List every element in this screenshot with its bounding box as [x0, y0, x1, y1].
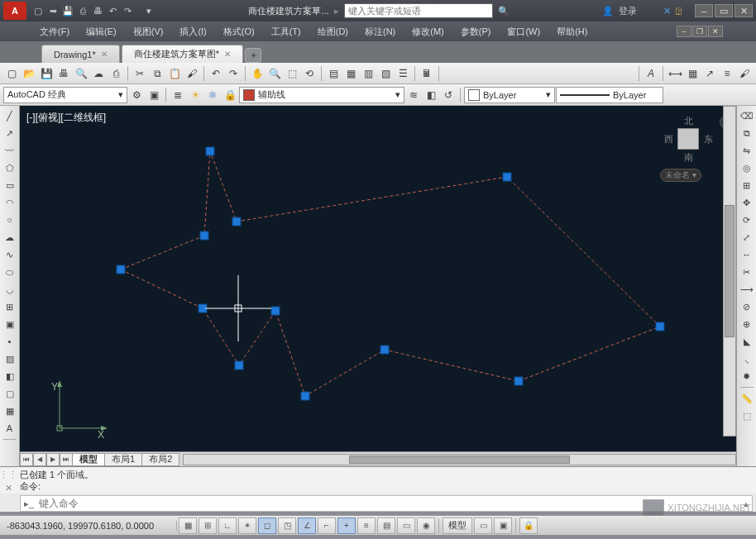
xline-icon[interactable]: ↗	[2, 125, 18, 141]
ducs-icon[interactable]: ⌐	[318, 518, 336, 534]
region-icon[interactable]: ▢	[2, 385, 18, 402]
circle-icon[interactable]: ○	[2, 212, 18, 228]
qat-redo-icon[interactable]: ↷	[121, 4, 134, 17]
layer-prev-icon[interactable]: ↺	[440, 87, 457, 103]
tab-first-icon[interactable]: ⏮	[20, 453, 33, 466]
cmd-grip-icon[interactable]: ⋮⋮	[0, 469, 17, 480]
orthomode-icon[interactable]: ∟	[218, 518, 237, 534]
hatch-icon[interactable]: ▨	[2, 351, 18, 367]
help-icon[interactable]: ⍰	[676, 6, 682, 16]
layer-freeze-icon[interactable]: ❄	[204, 87, 221, 103]
new-tab-button[interactable]: ✦	[245, 48, 261, 63]
layer-combo[interactable]: 辅助线 ▾	[239, 87, 404, 103]
close-icon[interactable]: ✕	[101, 50, 108, 59]
qv-layouts-icon[interactable]: ▭	[474, 518, 492, 534]
tab-last-icon[interactable]: ⏭	[60, 453, 73, 466]
tab-prev-icon[interactable]: ◀	[33, 453, 46, 466]
text-style-icon[interactable]: A	[643, 65, 659, 82]
chamfer-icon[interactable]: ◣	[739, 333, 755, 350]
signin-icon[interactable]: 👤	[602, 6, 614, 17]
props-icon[interactable]: ▤	[325, 65, 342, 82]
qat-saveas-icon[interactable]: ⎙	[76, 4, 89, 17]
markup-icon[interactable]: ☰	[395, 65, 411, 82]
measure-icon[interactable]: 📏	[739, 390, 755, 407]
offset-icon[interactable]: ◎	[739, 160, 755, 176]
close-button[interactable]: ✕	[734, 4, 753, 17]
trim-icon[interactable]: ✂	[739, 264, 755, 280]
menu-edit[interactable]: 编辑(E)	[79, 24, 123, 40]
copy-obj-icon[interactable]: ⧉	[739, 125, 755, 141]
spline-icon[interactable]: ∿	[2, 246, 18, 263]
selected-region[interactable]	[121, 151, 660, 396]
pan-icon[interactable]: ✋	[249, 65, 266, 82]
menu-insert[interactable]: 插入(I)	[173, 24, 213, 40]
menu-draw[interactable]: 绘图(D)	[311, 24, 355, 40]
otrack-icon[interactable]: ∠	[298, 518, 316, 534]
paste-icon[interactable]: 📋	[166, 65, 183, 82]
arc-icon[interactable]: ◠	[2, 194, 18, 211]
horizontal-scrollbar[interactable]	[183, 454, 736, 465]
sc-icon[interactable]: ◉	[417, 518, 435, 534]
close-icon[interactable]: ✕	[224, 50, 231, 59]
polygon-icon[interactable]: ⬠	[2, 160, 18, 176]
mirror-icon[interactable]: ⇋	[739, 142, 755, 159]
publish-icon[interactable]: ☁	[90, 65, 107, 82]
minimize-button[interactable]: –	[695, 4, 713, 17]
dc-icon[interactable]: ▦	[342, 65, 359, 82]
vertical-scrollbar[interactable]	[723, 106, 736, 436]
revcloud-icon[interactable]: ☁	[2, 229, 18, 246]
extend-icon[interactable]: ⟶	[739, 281, 755, 298]
gridmode-icon[interactable]: ⊞	[199, 518, 217, 534]
qat-new-icon[interactable]: ▢	[31, 4, 45, 17]
qp-icon[interactable]: ▭	[397, 518, 415, 534]
preview-icon[interactable]: 🔍	[73, 65, 89, 82]
3dosnap-icon[interactable]: ◳	[278, 518, 296, 534]
zoom-prev-icon[interactable]: ⟲	[301, 65, 318, 82]
menu-view[interactable]: 视图(V)	[127, 24, 170, 40]
break-icon[interactable]: ⊘	[739, 298, 755, 315]
save-icon[interactable]: 💾	[38, 65, 55, 82]
qat-print-icon[interactable]: 🖶	[91, 4, 104, 17]
maximize-button[interactable]: ▭	[715, 4, 733, 17]
gradient-icon[interactable]: ◧	[2, 368, 18, 384]
ellarc-icon[interactable]: ◡	[2, 281, 18, 298]
table-icon[interactable]: ▦	[2, 403, 18, 419]
layer-iso-icon[interactable]: ◧	[423, 87, 439, 103]
cut-icon[interactable]: ✂	[132, 65, 148, 82]
redo-icon[interactable]: ↷	[225, 65, 242, 82]
zoom-rt-icon[interactable]: 🔍	[266, 65, 283, 82]
dyn-icon[interactable]: +	[337, 518, 356, 534]
qat-save-icon[interactable]: 💾	[61, 4, 74, 17]
insert-icon[interactable]: ⊞	[2, 298, 18, 315]
coords-readout[interactable]: -863043.1960, 199970.6180, 0.0000	[3, 521, 177, 531]
scale-icon[interactable]: ⤢	[739, 229, 755, 246]
tp-icon[interactable]: ▥	[360, 65, 376, 82]
layer-lock-icon[interactable]: 🔒	[222, 87, 238, 103]
mdi-minimize[interactable]: –	[677, 26, 691, 37]
stretch-icon[interactable]: ↔	[739, 246, 755, 263]
color-combo[interactable]: ByLayer ▾	[464, 87, 555, 103]
pline-icon[interactable]: 〰	[2, 142, 18, 159]
dim-style-icon[interactable]: ⟷	[667, 65, 683, 82]
rotate-icon[interactable]: ⟳	[739, 212, 755, 228]
explode-icon[interactable]: ✸	[739, 368, 755, 384]
copy-icon[interactable]: ⧉	[149, 65, 165, 82]
array-icon[interactable]: ⊞	[739, 177, 755, 193]
select-icon[interactable]: ⬚	[739, 408, 755, 424]
line-icon[interactable]: ╱	[2, 107, 18, 124]
scroll-thumb[interactable]	[725, 205, 734, 336]
ml-style-icon[interactable]: ≡	[719, 65, 735, 82]
signin-label[interactable]: 登录	[619, 5, 637, 17]
fillet-icon[interactable]: ◟	[739, 351, 755, 367]
space-toggle[interactable]: 模型	[443, 518, 472, 534]
open-icon[interactable]: 📂	[21, 65, 37, 82]
lwt-icon[interactable]: ≡	[357, 518, 376, 534]
table-style-icon[interactable]: ▦	[684, 65, 701, 82]
tpy-icon[interactable]: ▤	[377, 518, 395, 534]
scroll-thumb[interactable]	[349, 456, 570, 464]
paint-icon[interactable]: 🖌	[736, 65, 753, 82]
qat-undo-icon[interactable]: ↶	[106, 4, 119, 17]
menu-format[interactable]: 格式(O)	[217, 24, 261, 40]
doc-tab-1[interactable]: Drawing1*✕	[41, 45, 120, 63]
menu-window[interactable]: 窗口(W)	[500, 24, 547, 40]
